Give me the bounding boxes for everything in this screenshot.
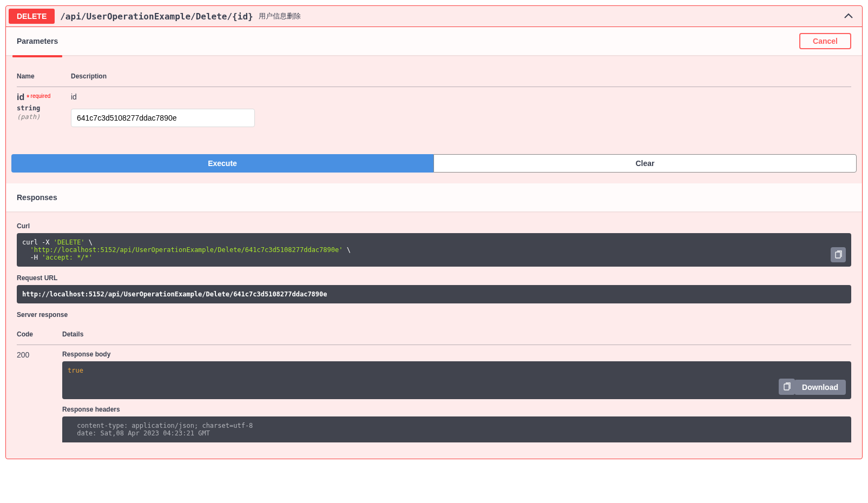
svg-rect-1 (784, 384, 789, 390)
response-headers-block: content-type: application/json; charset=… (62, 416, 851, 442)
param-type: string (17, 102, 64, 112)
operation-summary[interactable]: DELETE /api/UserOperationExample/Delete/… (6, 6, 862, 27)
response-body-heading: Response body (62, 350, 851, 358)
param-input-id[interactable] (71, 109, 255, 127)
column-name: Name (17, 66, 71, 87)
response-row: 200 Response body true Download Response… (17, 345, 851, 448)
curl-text (22, 246, 30, 254)
curl-text: \ (343, 246, 350, 254)
parameters-section: Name Description id *required string (pa… (6, 55, 862, 143)
parameters-header: Parameters Cancel (6, 27, 862, 55)
param-name: id (17, 92, 24, 102)
curl-text: 'accept: */*' (42, 254, 93, 261)
request-url-heading: Request URL (17, 274, 851, 282)
response-headers-heading: Response headers (62, 406, 851, 413)
copy-curl-button[interactable] (831, 247, 846, 262)
curl-text: -H (22, 254, 42, 261)
responses-header: Responses (6, 183, 862, 211)
response-table: Code Details 200 Response body true Down… (17, 324, 851, 448)
curl-block: curl -X 'DELETE' \ 'http://localhost:515… (17, 233, 851, 267)
curl-text: 'DELETE' (54, 239, 85, 246)
operation-block: DELETE /api/UserOperationExample/Delete/… (5, 5, 863, 459)
http-method-badge: DELETE (9, 9, 55, 24)
column-code: Code (17, 324, 62, 345)
operation-description: 用户信息删除 (259, 11, 301, 21)
column-details: Details (62, 324, 851, 345)
svg-rect-0 (836, 252, 840, 258)
server-response-heading: Server response (17, 311, 851, 319)
copy-response-button[interactable] (779, 379, 795, 395)
operation-path: /api/UserOperationExample/Delete/{id} (60, 11, 253, 22)
clear-button[interactable]: Clear (433, 154, 857, 173)
parameters-table: Name Description id *required string (pa… (17, 66, 851, 133)
response-code: 200 (17, 345, 62, 448)
cancel-button[interactable]: Cancel (799, 33, 851, 49)
action-buttons: Execute Clear (6, 143, 862, 183)
curl-heading: Curl (17, 222, 851, 230)
curl-text: 'http://localhost:5152/api/UserOperation… (30, 246, 343, 254)
required-label: required (30, 93, 51, 99)
curl-text: curl -X (22, 239, 54, 246)
download-button[interactable]: Download (794, 380, 846, 395)
responses-section: Curl curl -X 'DELETE' \ 'http://localhos… (6, 211, 862, 459)
column-description: Description (71, 66, 851, 87)
operation-body: Parameters Cancel Name Description id (6, 27, 862, 459)
responses-heading: Responses (17, 188, 57, 207)
required-star: * (27, 93, 29, 102)
execute-button[interactable]: Execute (11, 154, 433, 173)
response-body-block: true Download (62, 361, 851, 399)
request-url-block: http://localhost:5152/api/UserOperationE… (17, 285, 851, 303)
param-in: (path) (17, 112, 64, 121)
tab-parameters[interactable]: Parameters (17, 31, 58, 51)
param-description: id (71, 92, 851, 101)
curl-text: \ (85, 239, 93, 246)
parameter-row: id *required string (path) id (17, 87, 851, 133)
chevron-up-icon[interactable] (843, 11, 854, 22)
response-body-value: true (68, 367, 83, 374)
